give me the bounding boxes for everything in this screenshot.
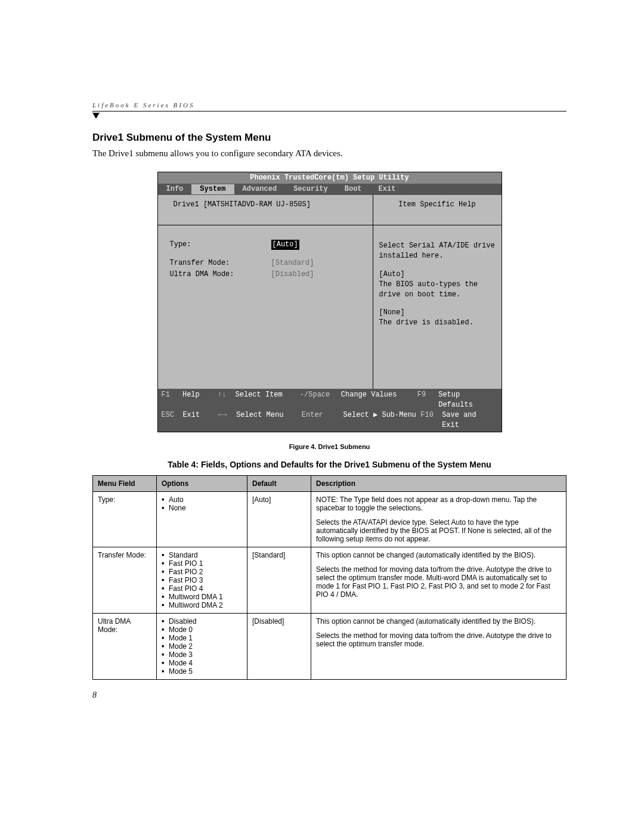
- key-arrows-lr: ←→: [218, 410, 236, 431]
- bios-menubar: Info System Advanced Security Boot Exit: [158, 184, 501, 195]
- option-item: Standard: [162, 551, 242, 559]
- th-options: Options: [157, 475, 247, 491]
- th-menu-field: Menu Field: [93, 475, 157, 491]
- description-paragraph: NOTE: The Type field does not appear as …: [316, 496, 561, 512]
- bios-field-transfer-label: Transfer Mode:: [170, 258, 271, 268]
- description-paragraph: Selects the method for moving data to/fr…: [316, 565, 561, 599]
- bios-menu-advanced[interactable]: Advanced: [234, 184, 286, 194]
- bios-submenu-title: Drive1 [MATSHITADVD-RAM UJ-850S]: [158, 195, 373, 225]
- option-item: Fast PIO 3: [162, 576, 242, 584]
- bios-menu-security[interactable]: Security: [285, 184, 336, 194]
- label-help: Help: [182, 390, 218, 410]
- th-default: Default: [247, 475, 311, 491]
- bios-field-ultradma-value: [Disabled]: [271, 270, 314, 280]
- cell-field: Ultra DMA Mode:: [93, 613, 157, 679]
- bios-help-panel: Select Serial ATA/IDE drive installed he…: [373, 225, 501, 389]
- bios-field-type-value[interactable]: [Auto]: [271, 240, 299, 250]
- cell-options: DisabledMode 0Mode 1Mode 2Mode 3Mode 4Mo…: [157, 613, 247, 679]
- table-row: Transfer Mode:StandardFast PIO 1Fast PIO…: [93, 547, 566, 613]
- label-select-item: Select Item: [236, 390, 300, 410]
- label-save: Save and Exit: [442, 410, 497, 431]
- option-item: Multiword DMA 1: [162, 593, 242, 601]
- figure-caption: Figure 4. Drive1 Submenu: [92, 443, 566, 450]
- key-space: -/Space: [300, 390, 341, 410]
- option-item: Multiword DMA 2: [162, 601, 242, 609]
- option-item: Auto: [162, 496, 242, 504]
- table-title: Table 4: Fields, Options and Defaults fo…: [92, 460, 566, 469]
- bios-help-auto-label: [Auto]: [379, 270, 496, 280]
- cell-default: [Standard]: [247, 547, 311, 613]
- bios-help-p1: Select Serial ATA/IDE drive installed he…: [379, 241, 496, 261]
- option-item: Fast PIO 2: [162, 568, 242, 576]
- table-row: Type:AutoNone[Auto]NOTE: The Type field …: [93, 491, 566, 547]
- key-f10: F10: [420, 410, 442, 431]
- bios-help-none-text: The drive is disabled.: [379, 318, 496, 328]
- bios-help-none-label: [None]: [379, 308, 496, 318]
- bios-help-auto-text: The BIOS auto-types the drive on boot ti…: [379, 280, 496, 300]
- bios-footer: F1 Help ↑↓ Select Item -/Space Change Va…: [158, 389, 501, 431]
- label-submenu: Select ▶ Sub-Menu: [343, 410, 421, 431]
- th-description: Description: [311, 475, 566, 491]
- bios-field-ultradma-label: Ultra DMA Mode:: [170, 270, 271, 280]
- header-arrow-icon: [92, 113, 100, 119]
- description-paragraph: Selects the ATA/ATAPI device type. Selec…: [316, 518, 561, 543]
- key-esc: ESC: [162, 410, 183, 431]
- cell-field: Type:: [93, 491, 157, 547]
- cell-description: This option cannot be changed (automatic…: [311, 547, 566, 613]
- bios-menu-boot[interactable]: Boot: [336, 184, 370, 194]
- description-paragraph: Selects the method for moving data to/fr…: [316, 631, 561, 648]
- cell-field: Transfer Mode:: [93, 547, 157, 613]
- label-exit: Exit: [182, 410, 218, 431]
- section-title: Drive1 Submenu of the System Menu: [92, 132, 566, 144]
- option-item: Disabled: [162, 617, 242, 625]
- bios-screenshot: Phoenix TrustedCore(tm) Setup Utility In…: [157, 172, 502, 432]
- option-item: Mode 4: [162, 659, 242, 667]
- cell-options: StandardFast PIO 1Fast PIO 2Fast PIO 3Fa…: [157, 547, 247, 613]
- label-defaults: Setup Defaults: [438, 390, 497, 410]
- option-item: Mode 1: [162, 634, 242, 642]
- option-item: Mode 2: [162, 642, 242, 651]
- key-enter: Enter: [302, 410, 343, 431]
- cell-options: AutoNone: [157, 491, 247, 547]
- bios-menu-system[interactable]: System: [191, 184, 234, 194]
- page-header: LifeBook E Series BIOS: [92, 101, 566, 109]
- table-row: Ultra DMA Mode:DisabledMode 0Mode 1Mode …: [93, 613, 566, 679]
- spec-table: Menu Field Options Default Description T…: [92, 475, 566, 680]
- option-item: Fast PIO 4: [162, 584, 242, 593]
- bios-menu-info[interactable]: Info: [158, 184, 192, 194]
- description-paragraph: This option cannot be changed (automatic…: [316, 617, 561, 625]
- option-item: None: [162, 504, 242, 512]
- label-select-menu: Select Menu: [236, 410, 302, 431]
- bios-field-transfer-value: [Standard]: [271, 258, 314, 268]
- intro-text: The Drive1 submenu allows you to configu…: [92, 148, 566, 159]
- option-item: Mode 5: [162, 667, 242, 676]
- cell-default: [Disabled]: [247, 613, 311, 679]
- bios-menu-exit[interactable]: Exit: [370, 184, 404, 194]
- page-number: 8: [92, 690, 566, 700]
- bios-utility-title: Phoenix TrustedCore(tm) Setup Utility: [158, 172, 501, 184]
- key-arrows-ud: ↑↓: [218, 390, 236, 410]
- description-paragraph: This option cannot be changed (automatic…: [316, 551, 561, 559]
- option-item: Mode 0: [162, 625, 242, 634]
- bios-field-type-label: Type:: [170, 240, 271, 250]
- option-item: Fast PIO 1: [162, 559, 242, 568]
- label-change-values: Change Values: [341, 390, 417, 410]
- bios-help-header: Item Specific Help: [373, 195, 501, 225]
- cell-default: [Auto]: [247, 491, 311, 547]
- key-f9: F9: [417, 390, 438, 410]
- key-f1: F1: [162, 390, 182, 410]
- cell-description: This option cannot be changed (automatic…: [311, 613, 566, 679]
- option-item: Mode 3: [162, 651, 242, 659]
- cell-description: NOTE: The Type field does not appear as …: [311, 491, 566, 547]
